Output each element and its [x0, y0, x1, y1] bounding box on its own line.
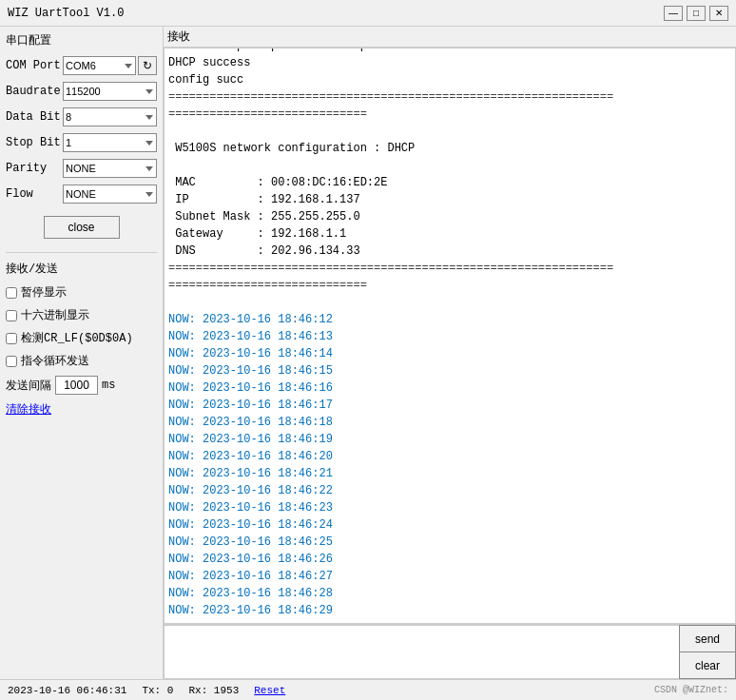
recv-line: NOW: 2023-10-16 18:46:16 — [168, 379, 731, 397]
pause-display-row: 暂停显示 — [6, 284, 157, 301]
status-datetime: 2023-10-16 06:46:31 — [8, 685, 126, 696]
recv-line — [168, 157, 731, 174]
recv-line: NOW: 2023-10-16 18:46:14 — [168, 345, 731, 362]
com-port-label: COM Port — [6, 59, 63, 72]
hex-display-label: 十六进制显示 — [21, 307, 89, 323]
interval-label: 发送间隔 — [6, 378, 51, 394]
clear-button[interactable]: clear — [679, 651, 736, 679]
send-section: send clear — [164, 624, 736, 679]
recv-header: 接收 — [164, 27, 736, 48]
recv-line: wiznet chip sntp client example. — [168, 48, 731, 54]
close-window-button[interactable]: ✕ — [709, 6, 728, 21]
recv-line: NOW: 2023-10-16 18:46:19 — [168, 431, 731, 448]
com-port-select[interactable]: COM6 — [63, 56, 136, 75]
crlf-detect-label: 检测CR_LF($0D$0A) — [21, 330, 133, 346]
recv-line: ============================= — [168, 106, 731, 123]
stop-bit-select[interactable]: 1 — [63, 133, 157, 152]
loop-send-row: 指令循环发送 — [6, 353, 157, 369]
status-reset[interactable]: Reset — [254, 685, 285, 696]
maximize-button[interactable]: □ — [687, 6, 706, 21]
recv-line: MAC : 00:08:DC:16:ED:2E — [168, 174, 731, 191]
recv-line: NOW: 2023-10-16 18:46:28 — [168, 585, 731, 602]
recv-line: DNS : 202.96.134.33 — [168, 243, 731, 260]
recv-line: NOW: 2023-10-16 18:46:24 — [168, 516, 731, 534]
crlf-detect-row: 检测CR_LF($0D$0A) — [6, 330, 157, 346]
interval-unit: ms — [102, 379, 115, 392]
recv-line: Gateway : 192.168.1.1 — [168, 225, 731, 243]
data-bit-select[interactable]: 8 — [63, 107, 157, 126]
flow-select[interactable]: NONE — [63, 185, 157, 204]
recv-line: W5100S network configuration : DHCP — [168, 140, 731, 157]
parity-select[interactable]: NONE — [63, 159, 157, 178]
flow-label: Flow — [6, 187, 63, 201]
interval-row: 发送间隔 ms — [6, 376, 157, 395]
interval-input[interactable] — [55, 376, 98, 395]
parity-label: Parity — [6, 162, 63, 175]
recv-line: NOW: 2023-10-16 18:46:13 — [168, 328, 731, 345]
send-button[interactable]: send — [679, 625, 736, 651]
flow-row: Flow NONE — [6, 185, 157, 204]
data-bit-control: 8 — [63, 107, 157, 126]
hex-display-row: 十六进制显示 — [6, 307, 157, 323]
status-rx: Rx: 1953 — [188, 685, 239, 696]
serial-config-title: 串口配置 — [6, 32, 157, 49]
recv-line: NOW: 2023-10-16 18:46:29 — [168, 602, 731, 619]
title-bar: WIZ UartTool V1.0 — □ ✕ — [0, 0, 736, 27]
right-panel: 接收 wiznet chip sntp client example.DHCP … — [164, 27, 736, 679]
recv-line: NOW: 2023-10-16 18:46:25 — [168, 534, 731, 551]
baudrate-row: Baudrate 115200 — [6, 82, 157, 101]
minimize-button[interactable]: — — [664, 6, 683, 21]
stop-bit-row: Stop Bit 1 — [6, 133, 157, 152]
recv-line: NOW: 2023-10-16 18:46:15 — [168, 362, 731, 379]
recv-line: NOW: 2023-10-16 18:46:26 — [168, 551, 731, 568]
parity-row: Parity NONE — [6, 159, 157, 178]
send-input[interactable] — [164, 625, 679, 679]
com-port-control: COM6 ↻ — [63, 56, 157, 75]
main-layout: 串口配置 COM Port COM6 ↻ Baudrate 115200 Dat… — [0, 27, 736, 679]
status-watermark: CSDN @WIZnet: — [654, 685, 728, 695]
data-bit-label: Data Bit — [6, 110, 63, 124]
flow-control: NONE — [63, 185, 157, 204]
recv-line: ========================================… — [168, 260, 731, 277]
clear-recv-link[interactable]: 清除接收 — [6, 401, 157, 418]
baudrate-control: 115200 — [63, 82, 157, 101]
com-port-row: COM Port COM6 ↻ — [6, 56, 157, 75]
recv-line: ============================= — [168, 277, 731, 294]
loop-send-checkbox[interactable] — [6, 356, 17, 367]
window-controls: — □ ✕ — [664, 6, 728, 21]
recv-line — [168, 294, 731, 311]
stop-bit-control: 1 — [63, 133, 157, 152]
data-bit-row: Data Bit 8 — [6, 107, 157, 126]
crlf-detect-checkbox[interactable] — [6, 333, 17, 344]
stop-bit-label: Stop Bit — [6, 136, 63, 149]
status-tx: Tx: 0 — [142, 685, 173, 696]
recv-line: ========================================… — [168, 88, 731, 106]
pause-display-label: 暂停显示 — [21, 284, 67, 301]
recv-line: config succ — [168, 71, 731, 88]
recv-line: NOW: 2023-10-16 18:46:20 — [168, 448, 731, 465]
hex-display-checkbox[interactable] — [6, 310, 17, 321]
section-divider — [6, 252, 157, 253]
pause-display-checkbox[interactable] — [6, 287, 17, 299]
recv-line: NOW: 2023-10-16 18:46:17 — [168, 397, 731, 414]
refresh-com-button[interactable]: ↻ — [138, 56, 157, 75]
close-serial-button[interactable]: close — [44, 216, 120, 239]
left-panel: 串口配置 COM Port COM6 ↻ Baudrate 115200 Dat… — [0, 27, 164, 679]
baudrate-select[interactable]: 115200 — [63, 82, 157, 101]
recv-line — [168, 123, 731, 140]
recv-line: NOW: 2023-10-16 18:46:18 — [168, 414, 731, 431]
recv-line: NOW: 2023-10-16 18:46:12 — [168, 311, 731, 328]
loop-send-label: 指令循环发送 — [21, 353, 89, 369]
recv-line: NOW: 2023-10-16 18:46:23 — [168, 499, 731, 516]
recv-line: NOW: 2023-10-16 18:46:21 — [168, 465, 731, 482]
parity-control: NONE — [63, 159, 157, 178]
recv-line: IP : 192.168.1.137 — [168, 191, 731, 208]
recv-line: Subnet Mask : 255.255.255.0 — [168, 208, 731, 225]
app-title: WIZ UartTool V1.0 — [8, 7, 124, 20]
send-buttons: send clear — [679, 625, 736, 679]
recv-area[interactable]: wiznet chip sntp client example.DHCP suc… — [164, 48, 736, 624]
recv-send-title: 接收/发送 — [6, 261, 157, 277]
baudrate-label: Baudrate — [6, 85, 63, 98]
recv-section: 接收 wiznet chip sntp client example.DHCP … — [164, 27, 736, 624]
recv-line: NOW: 2023-10-16 18:46:27 — [168, 568, 731, 585]
